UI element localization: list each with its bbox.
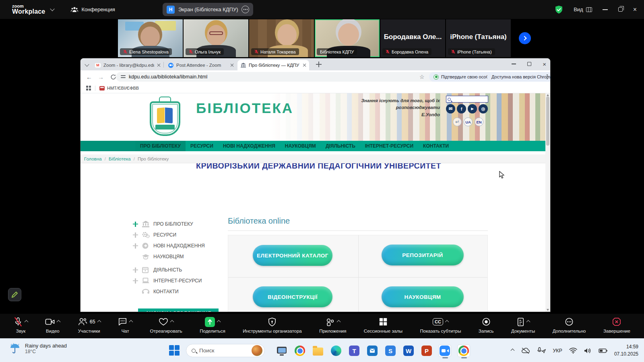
video-options-chevron-icon[interactable]: [57, 320, 61, 324]
taskbar-clock[interactable]: 14:59 07.10.2025: [614, 343, 638, 358]
back-icon[interactable]: ←: [86, 74, 92, 80]
site-search-input[interactable]: [446, 96, 488, 103]
facebook-icon[interactable]: f: [457, 104, 466, 113]
expand-plus-icon[interactable]: [133, 243, 138, 249]
keyboard-language[interactable]: УКР: [553, 348, 562, 354]
screen-share-tab[interactable]: H Экран (Бібліотека КДПУ): [163, 3, 253, 16]
tab-search-chevron-icon[interactable]: [85, 62, 89, 66]
reload-icon[interactable]: [110, 74, 116, 80]
audio-options-chevron-icon[interactable]: [25, 320, 29, 324]
taskbar-zoom-icon-active[interactable]: [438, 344, 451, 357]
volume-icon[interactable]: [584, 348, 592, 354]
chat-button[interactable]: Чат: [118, 317, 132, 333]
tab-close-icon[interactable]: [157, 64, 160, 67]
page-scrollbar[interactable]: [545, 93, 550, 312]
share-screen-button[interactable]: Поделиться: [200, 317, 225, 333]
reactions-options-chevron-icon[interactable]: [170, 320, 174, 324]
reactions-button[interactable]: Отреагировать: [150, 317, 182, 333]
login-icon[interactable]: ↵: [453, 117, 462, 126]
forward-icon[interactable]: →: [98, 74, 104, 80]
taskbar-weather-widget[interactable]: Rainy days ahead 18°C: [9, 342, 67, 354]
expand-plus-icon[interactable]: [133, 232, 138, 238]
university-emblem-logo[interactable]: [150, 97, 180, 137]
audio-button[interactable]: Звук: [14, 317, 28, 333]
record-button[interactable]: Запись: [479, 317, 494, 333]
electronic-catalog-button[interactable]: ЕЛЕКТРОННИЙ КАТАЛОГ: [253, 245, 332, 266]
new-tab-button[interactable]: [316, 62, 322, 67]
documents-options-chevron-icon[interactable]: [526, 320, 530, 324]
taskbar-chrome-icon[interactable]: [293, 344, 306, 357]
taskbar-powerpoint-icon[interactable]: P: [420, 344, 433, 357]
taskbar-teams-icon[interactable]: T: [348, 344, 361, 357]
annotation-pencil-button[interactable]: [8, 288, 21, 301]
expand-plus-icon[interactable]: [133, 278, 138, 284]
chrome-menu-icon[interactable]: [547, 74, 548, 79]
end-meeting-button[interactable]: Завершение: [603, 317, 630, 333]
workspace-chevron-icon[interactable]: [50, 6, 55, 11]
captions-options-chevron-icon[interactable]: [445, 320, 449, 324]
scrollbar-thumb[interactable]: [546, 97, 549, 146]
video-tile[interactable]: Ольга Ільчук: [184, 19, 248, 57]
more-button[interactable]: Дополнительно: [553, 317, 586, 333]
tray-overflow-chevron-icon[interactable]: [511, 349, 515, 353]
share-tab-options-icon[interactable]: [242, 6, 249, 13]
apps-options-chevron-icon[interactable]: [336, 320, 341, 324]
browser-close-button[interactable]: ×: [543, 61, 546, 67]
chrome-update-chip[interactable]: Доступна нова версія Chrome: [487, 72, 550, 82]
onedrive-paused-icon[interactable]: [521, 348, 530, 354]
view-button[interactable]: Вид: [574, 6, 592, 12]
lang-en-button[interactable]: EN: [475, 117, 483, 126]
taskbar-search[interactable]: Поиск: [186, 344, 265, 357]
security-shield-icon[interactable]: [555, 5, 563, 14]
nav-item-diialnist[interactable]: ДІЯЛЬНІСТЬ: [321, 141, 360, 151]
documents-button[interactable]: Документы: [511, 317, 535, 333]
taskbar-system-app-icon[interactable]: [275, 344, 288, 357]
participants-button[interactable]: 65 Участники: [78, 317, 101, 333]
browser-minimize-button[interactable]: [512, 64, 516, 64]
start-button[interactable]: [169, 345, 180, 356]
bookmark-item[interactable]: НМТ/ЄВІ/ЄФВВ: [99, 86, 139, 90]
battery-icon[interactable]: [599, 348, 607, 353]
sidebar-item-diialnist[interactable]: ДІЯЛЬНІСТЬ: [133, 265, 182, 275]
window-minimize-button[interactable]: [603, 9, 608, 10]
expand-plus-icon[interactable]: [133, 267, 138, 273]
tab-close-icon[interactable]: [230, 64, 233, 67]
tab-close-icon[interactable]: [303, 64, 306, 67]
browser-tab-active[interactable]: Про бібліотеку — КДПУ: [237, 60, 309, 70]
repository-button[interactable]: РЕПОЗИТАРІЙ: [382, 245, 464, 265]
window-restore-button[interactable]: [618, 7, 623, 12]
taskbar-word-icon[interactable]: W: [402, 344, 415, 357]
taskbar-file-explorer-icon[interactable]: [312, 344, 324, 357]
participants-options-chevron-icon[interactable]: [97, 320, 101, 324]
taskbar-store-icon[interactable]: S: [384, 344, 397, 357]
nav-item-naukovtsiam[interactable]: НАУКОВЦЯМ: [280, 141, 321, 151]
apps-grid-icon[interactable]: [86, 86, 91, 90]
instagram-icon[interactable]: ◎: [479, 104, 488, 113]
bookmark-star-icon[interactable]: ☆: [419, 74, 425, 80]
chat-options-chevron-icon[interactable]: [129, 320, 133, 324]
scroll-down-icon[interactable]: [547, 309, 549, 311]
for-scientists-button[interactable]: НАУКОВЦЯМ: [382, 286, 464, 307]
lang-ua-button[interactable]: UA: [464, 117, 473, 126]
expand-plus-icon[interactable]: [133, 222, 138, 227]
apps-button[interactable]: Приложения: [319, 317, 346, 333]
taskbar-edge-icon[interactable]: [330, 344, 343, 357]
breadcrumb-home[interactable]: Головна: [84, 156, 102, 161]
nav-item-resursy[interactable]: РЕСУРСИ: [186, 141, 218, 151]
sidebar-item-novi-nadkhodzhennia[interactable]: НОВІ НАДХОДЖЕННЯ: [133, 241, 205, 251]
video-tile-no-video[interactable]: Бородавка Оле... Бородавка Олена: [380, 19, 445, 57]
nav-item-novi-nadkhodzhennia[interactable]: НОВІ НАДХОДЖЕННЯ: [218, 141, 280, 151]
browser-maximize-button[interactable]: [527, 62, 531, 66]
video-tile[interactable]: Наталя Токарева: [249, 19, 314, 57]
identity-confirm-chip[interactable]: Підтвердьте свою особу: [429, 72, 495, 82]
site-info-icon[interactable]: [121, 75, 126, 79]
share-options-chevron-icon[interactable]: [217, 320, 221, 324]
scroll-up-icon[interactable]: [547, 94, 549, 96]
video-button[interactable]: Видео: [45, 317, 60, 333]
sidebar-item-pro-biblioteku[interactable]: ПРО БІБЛІОТЕКУ: [133, 219, 193, 229]
mail-icon[interactable]: ✉: [446, 104, 455, 113]
video-tile[interactable]: Elena Shestopalova: [118, 19, 183, 57]
nav-item-internet-resursy[interactable]: ІНТЕРНЕТ-РЕСУРСИ: [360, 141, 418, 151]
sidebar-item-resursy[interactable]: РЕСУРСИ: [133, 230, 176, 240]
video-instructions-button[interactable]: ВІДЕОІНСТРУКЦІЇ: [253, 286, 332, 307]
